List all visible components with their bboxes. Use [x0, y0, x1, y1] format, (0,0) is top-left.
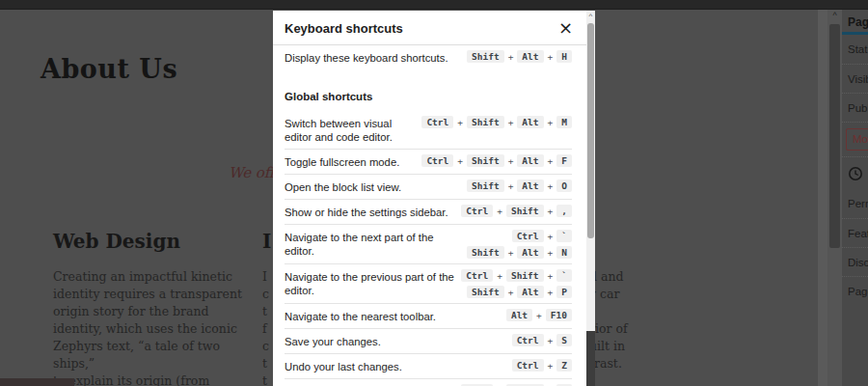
key-chip: `	[556, 269, 572, 282]
scroll-up-icon[interactable]: ^	[827, 10, 842, 21]
shortcut-row: Navigate to the nearest toolbar.Alt+F10	[285, 303, 572, 328]
sidebar-scrollbar[interactable]: ^	[827, 10, 842, 386]
sidebar-panel-discussion[interactable]: Discussion	[842, 247, 868, 276]
shortcut-row: Redo your last undo.Ctrl+Shift+Z	[285, 378, 572, 386]
page-title: About Us	[41, 54, 177, 84]
key-separator: +	[508, 51, 514, 62]
modal-title: Keyboard shortcuts	[285, 21, 403, 36]
key-chip: Shift	[506, 269, 544, 282]
key-separator: +	[548, 231, 554, 241]
settings-sidebar: Page StatusVisibilityPublish Move to tra…	[842, 10, 868, 386]
key-chip: ,	[556, 205, 572, 217]
key-chip: Alt	[517, 179, 543, 192]
close-icon[interactable]: ×	[558, 20, 573, 36]
key-chip: Shift	[467, 246, 504, 259]
key-separator: +	[548, 287, 554, 297]
key-chip: Shift	[467, 286, 504, 298]
key-chip: Shift	[467, 50, 504, 63]
shortcut-row: Toggle fullscreen mode.Ctrl+Shift+Alt+F	[285, 149, 572, 174]
shortcut-row: Undo your last changes.Ctrl+Z	[285, 353, 572, 378]
key-chip: Shift	[467, 154, 504, 167]
key-chip: Alt	[517, 116, 543, 128]
key-chip: N	[556, 246, 572, 259]
shortcut-row: Display these keyboard shortcuts.Shift+A…	[285, 45, 572, 69]
key-chip: Ctrl	[461, 269, 493, 282]
key-separator: +	[548, 51, 554, 62]
key-separator: +	[536, 310, 542, 320]
sidebar-scrollbar-thumb[interactable]	[829, 24, 840, 248]
tab-page[interactable]: Page	[842, 10, 868, 35]
key-separator: +	[497, 270, 502, 281]
key-chip: P	[556, 286, 572, 298]
key-separator: +	[548, 360, 554, 371]
key-chip: Shift	[467, 179, 504, 192]
modal-scrollbar-end	[586, 331, 595, 386]
shortcut-description: Switch between visual editor and code ed…	[285, 116, 421, 144]
column-paragraph-fragment-right: d and y car rior of uilt in trast.	[589, 268, 647, 372]
canvas-edge	[818, 10, 827, 386]
key-chip: Alt	[517, 246, 543, 259]
key-chip: `	[556, 230, 572, 242]
key-separator: +	[508, 155, 514, 166]
shortcut-description: Navigate to the next part of the editor.	[285, 230, 454, 258]
sidebar-panel-publish[interactable]: Publish	[842, 93, 868, 122]
key-chip: Shift	[467, 116, 504, 128]
key-chip: Ctrl	[512, 359, 544, 372]
key-chip: M	[556, 116, 572, 128]
modal-scrollbar-thumb[interactable]	[587, 23, 594, 238]
shortcut-keys: Ctrl+Shift+`Shift+Alt+P	[461, 269, 572, 298]
shortcut-keys: Ctrl+`Shift+Alt+N	[467, 230, 572, 259]
key-chip: Ctrl	[421, 154, 453, 167]
shortcut-row: Navigate to the next part of the editor.…	[285, 224, 572, 263]
key-separator: +	[457, 155, 463, 166]
key-chip: Shift	[506, 205, 544, 217]
sidebar-panels-top: StatusVisibilityPublish	[842, 35, 868, 122]
key-separator: +	[508, 287, 514, 297]
modal-scroll-up-icon[interactable]: ^	[586, 11, 595, 21]
shortcut-description: Navigate to the previous part of the edi…	[285, 269, 454, 297]
key-chip: Ctrl	[421, 116, 453, 128]
sidebar-panel-permalink[interactable]: Permalink	[842, 189, 868, 218]
key-chip: F10	[546, 309, 572, 321]
key-chip: Ctrl	[461, 205, 493, 217]
sidebar-panel-visibility[interactable]: Visibility	[842, 64, 868, 93]
shortcut-description: Display these keyboard shortcuts.	[285, 50, 448, 65]
column-paragraph: Creating an impactful kinetic identity r…	[53, 268, 246, 386]
key-chip: Alt	[517, 286, 543, 298]
shortcut-keys: Ctrl+Z	[512, 359, 572, 372]
key-separator: +	[548, 180, 554, 191]
key-chip: S	[556, 334, 572, 346]
shortcut-description: Save your changes.	[285, 334, 381, 348]
shortcut-description: Show or hide the settings sidebar.	[285, 205, 448, 219]
revisions-clock-icon[interactable]	[848, 166, 863, 181]
shortcut-keys: Shift+Alt+O	[467, 179, 572, 192]
key-separator: +	[548, 155, 554, 166]
shortcut-keys: Ctrl+Shift+Alt+M	[421, 116, 572, 128]
sidebar-panels-bottom: PermalinkFeatured imageDiscussionPage at…	[842, 189, 868, 305]
modal-header: Keyboard shortcuts ×	[273, 11, 586, 45]
shortcut-keys: Ctrl+S	[512, 334, 572, 346]
shortcut-keys: Shift+Alt+H	[467, 50, 572, 63]
shortcut-description: Toggle fullscreen mode.	[285, 154, 399, 169]
key-separator: +	[548, 335, 554, 345]
keyboard-shortcuts-modal: Keyboard shortcuts × Display these keybo…	[273, 11, 586, 386]
key-separator: +	[548, 117, 554, 127]
key-chip: Alt	[506, 309, 532, 321]
key-chip: O	[556, 179, 572, 192]
sidebar-panel-featured-image[interactable]: Featured image	[842, 218, 868, 247]
key-separator: +	[548, 206, 554, 216]
shortcut-keys: Ctrl+Shift+,	[461, 205, 572, 217]
key-separator: +	[497, 206, 502, 216]
modal-scrollbar[interactable]: ^	[586, 11, 595, 331]
sidebar-panel-page-attributes[interactable]: Page attributes	[842, 276, 868, 305]
move-to-trash-button[interactable]: Move to trash	[846, 128, 868, 151]
shortcut-row: Navigate to the previous part of the edi…	[285, 263, 572, 303]
revisions-row	[842, 156, 868, 189]
shortcut-description: Undo your last changes.	[285, 359, 402, 373]
column-heading-web-design: Web Design	[53, 230, 180, 253]
key-separator: +	[508, 117, 514, 127]
key-separator: +	[508, 180, 514, 191]
shortcut-keys: Alt+F10	[506, 309, 572, 321]
key-chip: Alt	[517, 50, 543, 63]
sidebar-panel-status[interactable]: Status	[842, 35, 868, 64]
